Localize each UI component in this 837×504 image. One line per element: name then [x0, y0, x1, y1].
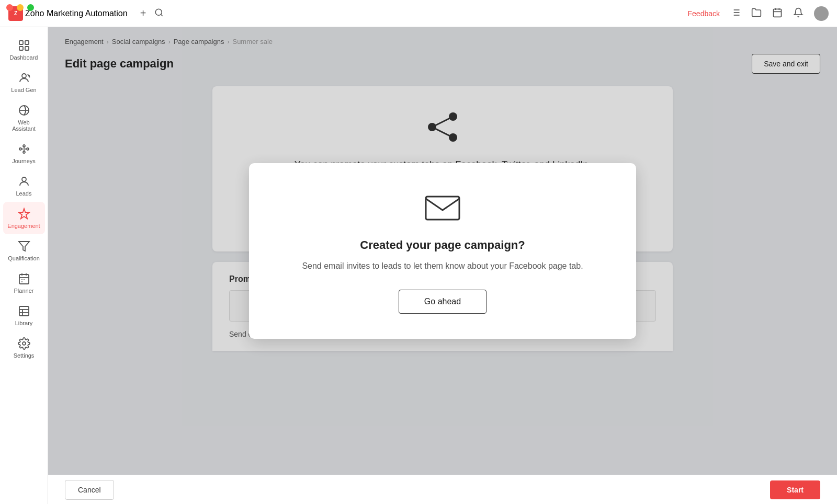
svg-point-23	[23, 151, 25, 153]
sidebar-label-engagement: Engagement	[7, 223, 40, 229]
list-icon[interactable]	[730, 7, 741, 20]
svg-rect-15	[25, 47, 29, 50]
go-ahead-button[interactable]: Go ahead	[399, 290, 487, 314]
svg-point-22	[27, 148, 29, 150]
sidebar-label-journeys: Journeys	[12, 158, 36, 164]
journeys-icon	[17, 142, 31, 156]
sidebar-label-leadgen: Lead Gen	[11, 87, 36, 93]
bottom-bar: Cancel Start	[48, 475, 837, 504]
app-title: Zoho Marketing Automation	[25, 9, 128, 18]
sidebar-label-library: Library	[15, 320, 33, 326]
sidebar-item-qualification[interactable]: Qualification	[3, 234, 45, 267]
library-icon	[17, 304, 31, 318]
mac-window-controls	[6, 4, 34, 11]
minimize-dot[interactable]	[17, 4, 24, 11]
planner-icon	[17, 272, 31, 285]
close-dot[interactable]	[6, 4, 13, 11]
svg-point-20	[19, 148, 21, 150]
topbar-actions: +	[140, 7, 164, 19]
svg-rect-14	[19, 47, 23, 50]
feedback-link[interactable]: Feedback	[688, 9, 720, 18]
user-avatar[interactable]	[814, 6, 829, 21]
svg-marker-28	[19, 242, 29, 251]
sidebar-label-dashboard: Dashboard	[10, 54, 38, 61]
sidebar-item-webassistant[interactable]: Web Assistant	[3, 98, 45, 137]
svg-point-27	[22, 177, 26, 181]
svg-rect-13	[25, 41, 29, 44]
sidebar-label-planner: Planner	[14, 288, 34, 294]
sidebar-label-webassistant: Web Assistant	[7, 119, 41, 132]
sidebar-item-engagement[interactable]: Engagement	[3, 202, 45, 234]
modal-overlay: Created your page campaign? Send email i…	[48, 27, 837, 475]
sidebar-item-planner[interactable]: Planner	[3, 267, 45, 299]
leads-icon	[17, 175, 31, 188]
dashboard-icon	[17, 39, 31, 52]
svg-point-16	[22, 74, 26, 78]
cancel-button[interactable]: Cancel	[65, 480, 114, 500]
sidebar-item-leads[interactable]: Leads	[3, 169, 45, 202]
sidebar-label-leads: Leads	[16, 190, 32, 197]
svg-rect-8	[774, 9, 782, 17]
svg-rect-12	[19, 41, 23, 44]
modal-title: Created your page campaign?	[280, 238, 605, 252]
modal-description: Send email invites to leads to let them …	[280, 259, 605, 273]
svg-line-1	[161, 14, 163, 16]
maximize-dot[interactable]	[27, 4, 34, 11]
sidebar-item-dashboard[interactable]: Dashboard	[3, 33, 45, 66]
settings-icon	[17, 337, 31, 350]
folder-icon[interactable]	[751, 7, 762, 20]
modal-card: Created your page campaign? Send email i…	[249, 163, 636, 339]
search-icon[interactable]	[154, 8, 164, 19]
sidebar-item-library[interactable]: Library	[3, 299, 45, 331]
add-icon[interactable]: +	[140, 7, 146, 19]
engagement-icon	[17, 207, 31, 221]
sidebar-label-settings: Settings	[14, 352, 35, 359]
topbar-right: Feedback	[688, 6, 829, 21]
webassistant-icon	[17, 104, 31, 117]
svg-rect-36	[19, 306, 29, 316]
svg-point-0	[156, 9, 162, 15]
svg-rect-46	[426, 197, 459, 220]
email-icon	[280, 192, 605, 224]
sidebar-item-journeys[interactable]: Journeys	[3, 137, 45, 169]
leadgen-icon	[17, 71, 31, 85]
sidebar: Dashboard Lead Gen Web Assistant Journey…	[0, 27, 48, 504]
sidebar-item-leadgen[interactable]: Lead Gen	[3, 66, 45, 98]
start-button[interactable]: Start	[770, 480, 820, 499]
svg-point-40	[22, 342, 26, 345]
calendar-icon[interactable]	[772, 7, 783, 20]
svg-point-21	[23, 145, 25, 147]
sidebar-label-qualification: Qualification	[8, 255, 40, 261]
sidebar-item-settings[interactable]: Settings	[3, 331, 45, 364]
topbar: Z Zoho Marketing Automation + Feedback	[0, 0, 837, 27]
qualification-icon	[17, 239, 31, 253]
bell-icon[interactable]	[793, 7, 804, 20]
